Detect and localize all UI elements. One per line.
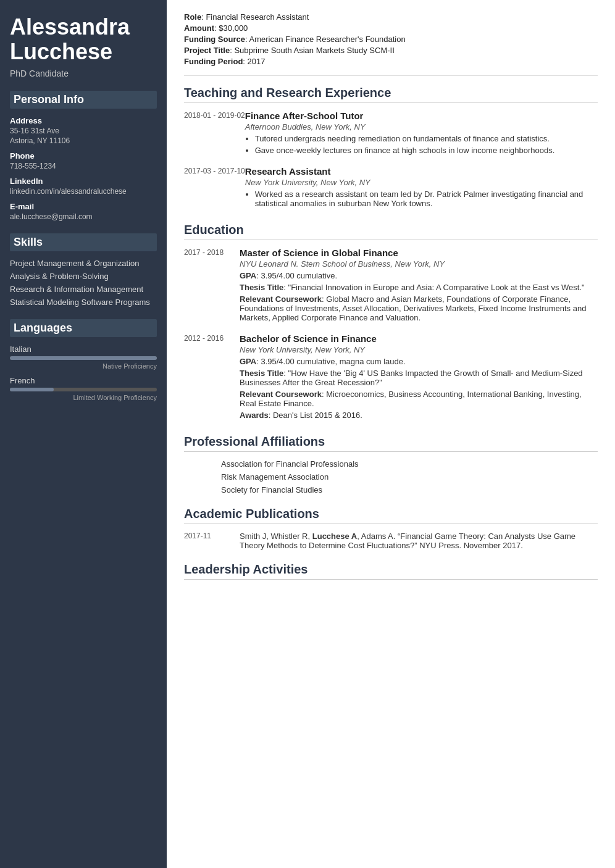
leadership-section: Leadership Activities [184,562,598,580]
education-awards-1: Awards: Dean's List 2015 & 2016. [240,411,598,420]
amount-value: $30,000 [219,23,248,33]
teaching-section-title: Teaching and Research Experience [184,86,598,103]
teaching-title-0: Finance After-School Tutor [245,111,598,121]
affiliation-2: Society for Financial Studies [221,485,598,495]
personal-info-section-title: Personal Info [10,91,157,109]
education-title-0: Master of Science in Global Finance [240,248,598,258]
education-title-1: Bachelor of Science in Finance [240,333,598,344]
candidate-name: Alessandra Lucchese [10,15,157,64]
education-coursework-0: Relevant Coursework: Global Macro and As… [240,294,598,322]
address-label: Address [10,116,157,125]
skills-list: Project Management & Organization Analys… [10,259,157,307]
education-institution-1: New York University, New York, NY [240,345,598,354]
role-value: Financial Research Assistant [206,12,309,22]
funding-source-value: American Finance Researcher's Foundation [249,35,405,44]
teaching-content-1: Research Assistant New York University, … [245,166,598,211]
affiliation-1: Risk Management Association [221,472,598,482]
funding-period-value: 2017 [248,57,266,66]
phone-label: Phone [10,151,157,161]
italian-level: Native Proficiency [10,362,157,370]
education-gpa-0: GPA: 3.95/4.00 cumulative. [240,271,598,280]
languages-section-title: Languages [10,319,157,337]
skills-section-title: Skills [10,233,157,251]
teaching-institution-1: New York University, New York, NY [245,178,598,187]
teaching-entry-1: 2017-03 - 2017-10 Research Assistant New… [184,166,598,211]
address-line1: 35-16 31st Ave [10,127,157,135]
email-value: ale.lucchese@gmail.com [10,212,157,221]
sidebar: Alessandra Lucchese PhD Candidate Person… [0,0,167,868]
french-level: Limited Working Proficiency [10,394,157,401]
affiliations-section: Professional Affiliations Association fo… [184,435,598,495]
french-bar-bg [10,388,157,391]
email-label: E-mail [10,202,157,211]
teaching-bullet: Tutored undergrads needing remediation o… [255,134,598,143]
leadership-section-title: Leadership Activities [184,562,598,580]
publication-date-0: 2017-11 [184,532,240,550]
education-section-title: Education [184,223,598,240]
teaching-section: Teaching and Research Experience 2018-01… [184,86,598,211]
publication-author-bold: Lucchese A [312,532,358,541]
affiliations-section-title: Professional Affiliations [184,435,598,452]
funding-period-line: Funding Period: 2017 [184,57,598,66]
publication-text-before: Smith J, Whistler R, [240,532,312,541]
skill-item: Analysis & Problem-Solving [10,272,157,281]
project-title-value: Subprime South Asian Markets Study SCM-I… [234,46,394,55]
skill-item: Research & Information Management [10,285,157,294]
address-line2: Astoria, NY 11106 [10,136,157,145]
publication-content-0: Smith J, Whistler R, Lucchese A, Adams A… [240,532,598,550]
language-name-italian: Italian [10,344,157,354]
education-date-0: 2017 - 2018 [184,248,240,325]
teaching-institution-0: Afternoon Buddies, New York, NY [245,122,598,131]
linkedin-label: LinkedIn [10,177,157,186]
affiliation-0: Association for Financial Professionals [221,459,598,469]
education-entry-1: 2012 - 2016 Bachelor of Science in Finan… [184,333,598,422]
teaching-title-1: Research Assistant [245,166,598,177]
top-info-block: Role: Financial Research Assistant Amoun… [184,12,598,76]
teaching-bullet: Worked as a research assistant on team l… [255,190,598,208]
main-content: Role: Financial Research Assistant Amoun… [167,0,615,868]
project-title-label: Project Title [184,46,230,55]
education-content-1: Bachelor of Science in Finance New York … [240,333,598,422]
education-institution-0: NYU Leonard N. Stern School of Business,… [240,259,598,269]
teaching-date-1: 2017-03 - 2017-10 [184,166,245,211]
french-bar-fill [10,388,54,391]
funding-source-line: Funding Source: American Finance Researc… [184,35,598,44]
linkedin-value: linkedin.com/in/alessandralucchese [10,187,157,196]
language-name-french: French [10,376,157,385]
amount-label: Amount [184,23,214,33]
role-line: Role: Financial Research Assistant [184,12,598,22]
publications-section-title: Academic Publications [184,507,598,524]
teaching-bullet: Gave once-weekly lectures on finance at … [255,146,598,155]
role-label: Role [184,12,201,22]
italian-bar-fill [10,356,157,360]
education-thesis-0: Thesis Title: "Financial Innovation in E… [240,283,598,292]
education-date-1: 2012 - 2016 [184,333,240,422]
funding-period-label: Funding Period [184,57,243,66]
candidate-title: PhD Candidate [10,69,157,78]
education-content-0: Master of Science in Global Finance NYU … [240,248,598,325]
publications-section: Academic Publications 2017-11 Smith J, W… [184,507,598,550]
teaching-content-0: Finance After-School Tutor Afternoon Bud… [245,111,598,157]
teaching-bullets-1: Worked as a research assistant on team l… [255,190,598,208]
education-gpa-1: GPA: 3.95/4.00 cumulative, magna cum lau… [240,357,598,366]
project-title-line: Project Title: Subprime South Asian Mark… [184,46,598,55]
teaching-date-0: 2018-01 - 2019-02 [184,111,245,157]
italian-bar-bg [10,356,157,360]
skill-item: Statistical Modeling Software Programs [10,298,157,307]
amount-line: Amount: $30,000 [184,23,598,33]
affiliations-list: Association for Financial Professionals … [184,459,598,495]
education-section: Education 2017 - 2018 Master of Science … [184,223,598,422]
education-entry-0: 2017 - 2018 Master of Science in Global … [184,248,598,325]
publication-entry-0: 2017-11 Smith J, Whistler R, Lucchese A,… [184,532,598,550]
education-thesis-1: Thesis Title: "How Have the 'Big 4' US B… [240,369,598,387]
funding-source-label: Funding Source [184,35,245,44]
education-coursework-1: Relevant Coursework: Microeconomics, Bus… [240,390,598,408]
teaching-bullets-0: Tutored undergrads needing remediation o… [255,134,598,155]
languages-list: Italian Native Proficiency French Limite… [10,344,157,401]
skill-item: Project Management & Organization [10,259,157,268]
teaching-entry-0: 2018-01 - 2019-02 Finance After-School T… [184,111,598,157]
phone-value: 718-555-1234 [10,162,157,170]
